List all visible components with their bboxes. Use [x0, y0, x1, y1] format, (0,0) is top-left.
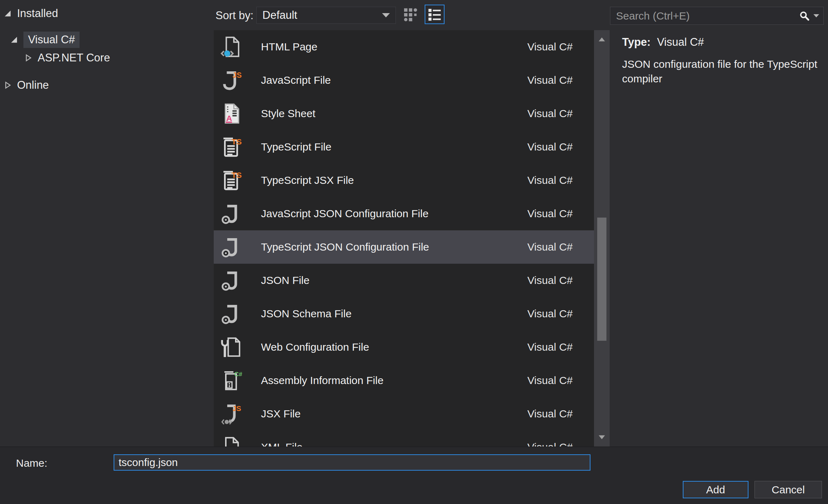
template-name: JSON Schema File: [261, 308, 352, 320]
list-scrollbar[interactable]: [594, 30, 610, 447]
list-view-icon: [427, 7, 442, 22]
template-list-item[interactable]: Web Configuration File Visual C#: [214, 330, 594, 364]
template-list-item[interactable]: JSX File Visual C#: [214, 397, 594, 431]
template-name: Style Sheet: [261, 108, 315, 120]
template-name: HTML Page: [261, 41, 317, 53]
template-list-item[interactable]: XML File Visual C#: [214, 431, 594, 447]
scroll-down-button[interactable]: [594, 430, 610, 444]
template-name: Web Configuration File: [261, 341, 369, 353]
template-list-item[interactable]: JSON File Visual C#: [214, 264, 594, 297]
ts-file-icon: [220, 169, 243, 192]
template-language: Visual C#: [527, 308, 573, 320]
ts-file-icon: [220, 136, 243, 158]
caret-expanded-icon[interactable]: [4, 10, 12, 17]
jsx-file-icon: [220, 402, 243, 425]
tree-node-label: Online: [17, 79, 49, 92]
cancel-button[interactable]: Cancel: [755, 481, 822, 498]
template-list-item[interactable]: TypeScript File Visual C#: [214, 130, 594, 164]
template-list-item[interactable]: JSON Schema File Visual C#: [214, 297, 594, 330]
template-language: Visual C#: [527, 208, 573, 220]
template-list-item[interactable]: Style Sheet Visual C#: [214, 97, 594, 130]
template-name: XML File: [261, 441, 303, 447]
chevron-down-icon[interactable]: [813, 14, 819, 17]
template-language: Visual C#: [527, 41, 573, 53]
sort-by-value: Default: [262, 9, 297, 22]
type-label: Type:: [622, 36, 650, 48]
template-list-item[interactable]: Assembly Information File Visual C#: [214, 364, 594, 397]
template-name: JSON File: [261, 274, 310, 286]
template-type-row: Type:Visual C#: [622, 36, 704, 49]
template-language: Visual C#: [527, 74, 573, 86]
template-description: JSON configuration file for the TypeScri…: [622, 57, 828, 86]
tree-node-label-selected: Visual C#: [23, 32, 80, 48]
name-input[interactable]: [114, 454, 590, 471]
sort-by-label: Sort by:: [216, 9, 254, 22]
style-sheet-icon: [220, 102, 243, 125]
template-name: TypeScript JSX File: [261, 174, 354, 186]
tree-node-label: Installed: [17, 7, 58, 20]
add-button[interactable]: Add: [683, 481, 748, 498]
scrollbar-thumb[interactable]: [597, 218, 606, 341]
list-view-button[interactable]: [425, 5, 445, 24]
grid-view-icon: [403, 6, 419, 23]
html-page-icon: [220, 35, 243, 58]
json-icon: [220, 236, 243, 258]
search-icon[interactable]: [799, 11, 810, 21]
template-name: TypeScript JSON Configuration File: [261, 241, 429, 253]
search-input[interactable]: [616, 10, 799, 22]
template-language: Visual C#: [527, 141, 573, 153]
tree-node-online[interactable]: Online: [4, 79, 49, 92]
caret-collapsed-icon[interactable]: [4, 81, 12, 89]
template-language: Visual C#: [527, 441, 573, 447]
template-language: Visual C#: [527, 241, 573, 253]
grid-view-button[interactable]: [402, 6, 420, 23]
chevron-down-icon: [382, 13, 390, 17]
sort-by-dropdown[interactable]: Default: [256, 7, 396, 24]
arrow-down-icon: [598, 434, 606, 440]
name-label: Name:: [16, 457, 47, 469]
template-list-item[interactable]: TypeScript JSON Configuration File Visua…: [214, 230, 594, 264]
caret-collapsed-icon[interactable]: [25, 54, 33, 62]
tree-node-label: ASP.NET Core: [38, 51, 110, 64]
assembly-info-icon: [220, 369, 243, 392]
template-list-item[interactable]: TypeScript JSX File Visual C#: [214, 164, 594, 197]
scroll-up-button[interactable]: [594, 32, 610, 46]
template-list-item[interactable]: HTML Page Visual C#: [214, 30, 594, 64]
web-config-icon: [220, 336, 243, 358]
template-name: JSX File: [261, 408, 301, 420]
tree-node-aspnet-core[interactable]: ASP.NET Core: [25, 51, 110, 64]
arrow-up-icon: [598, 37, 606, 42]
json-icon: [220, 202, 243, 225]
template-language: Visual C#: [527, 274, 573, 286]
template-language: Visual C#: [527, 374, 573, 387]
template-name: JavaScript File: [261, 74, 331, 86]
json-icon: [220, 269, 243, 292]
template-list-item[interactable]: JavaScript JSON Configuration File Visua…: [214, 197, 594, 230]
template-name: TypeScript File: [261, 141, 331, 153]
xml-file-icon: [220, 436, 243, 447]
json-icon: [220, 302, 243, 325]
template-list: HTML Page Visual C# JavaScript File Visu…: [214, 30, 594, 447]
template-list-item[interactable]: JavaScript File Visual C#: [214, 64, 594, 97]
template-language: Visual C#: [527, 408, 573, 420]
caret-expanded-icon[interactable]: [11, 36, 18, 44]
tree-node-installed[interactable]: Installed: [4, 7, 58, 20]
template-language: Visual C#: [527, 341, 573, 353]
type-value: Visual C#: [657, 36, 704, 48]
template-name: Assembly Information File: [261, 374, 383, 387]
template-language: Visual C#: [527, 174, 573, 186]
template-name: JavaScript JSON Configuration File: [261, 208, 429, 220]
template-language: Visual C#: [527, 108, 573, 120]
tree-node-visual-csharp[interactable]: Visual C#: [11, 32, 80, 48]
js-file-icon: [220, 69, 243, 92]
search-box[interactable]: [610, 7, 824, 25]
